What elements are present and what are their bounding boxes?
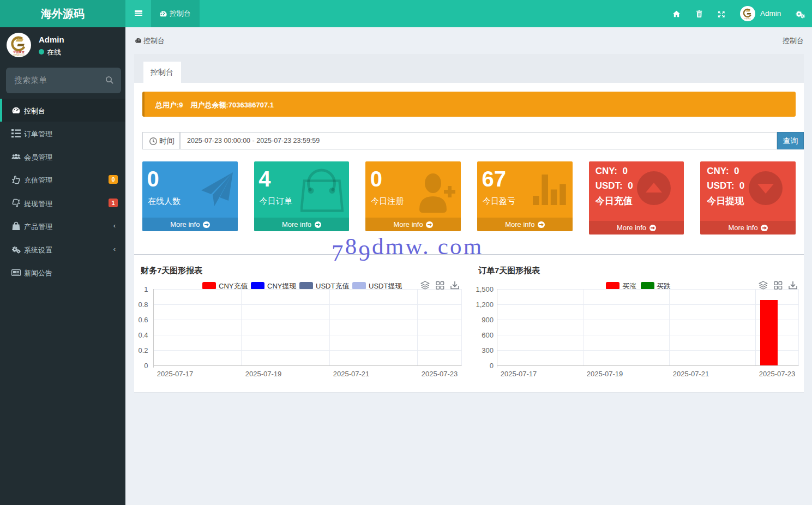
svg-text:CHINA GOLD: CHINA GOLD [13,54,25,56]
svg-text:1: 1 [144,285,148,293]
svg-text:财务7天图形报表: 财务7天图形报表 [140,266,203,275]
svg-text:0: 0 [144,362,148,370]
svg-text:CNY充值: CNY充值 [219,282,248,290]
svg-text:中国黄金: 中国黄金 [744,17,751,20]
svg-text:2025-07-19: 2025-07-19 [245,370,282,378]
svg-text:2025-07-19: 2025-07-19 [587,370,623,378]
svg-text:1,200: 1,200 [476,300,494,309]
svg-text:2025-07-21: 2025-07-21 [673,370,709,378]
svg-text:0.6: 0.6 [138,316,148,324]
svg-text:300: 300 [482,346,494,354]
svg-text:买跌: 买跌 [657,282,671,290]
svg-text:0.8: 0.8 [138,300,148,309]
svg-text:1,500: 1,500 [476,285,494,293]
svg-text:订单7天图形报表: 订单7天图形报表 [478,266,540,275]
svg-text:USDT提现: USDT提现 [369,282,402,290]
svg-text:2025-07-23: 2025-07-23 [759,370,796,378]
svg-text:USDT充值: USDT充值 [316,282,349,290]
svg-text:买涨: 买涨 [622,282,636,290]
svg-text:2025-07-17: 2025-07-17 [501,370,537,378]
svg-text:2025-07-17: 2025-07-17 [157,370,194,378]
svg-text:0.4: 0.4 [138,331,148,339]
svg-text:0.2: 0.2 [138,346,148,354]
svg-text:0: 0 [490,362,494,370]
svg-text:2025-07-23: 2025-07-23 [422,370,458,378]
svg-text:CNY提现: CNY提现 [267,282,296,290]
svg-text:2025-07-21: 2025-07-21 [333,370,370,378]
svg-text:600: 600 [482,331,494,339]
svg-text:900: 900 [482,316,494,324]
